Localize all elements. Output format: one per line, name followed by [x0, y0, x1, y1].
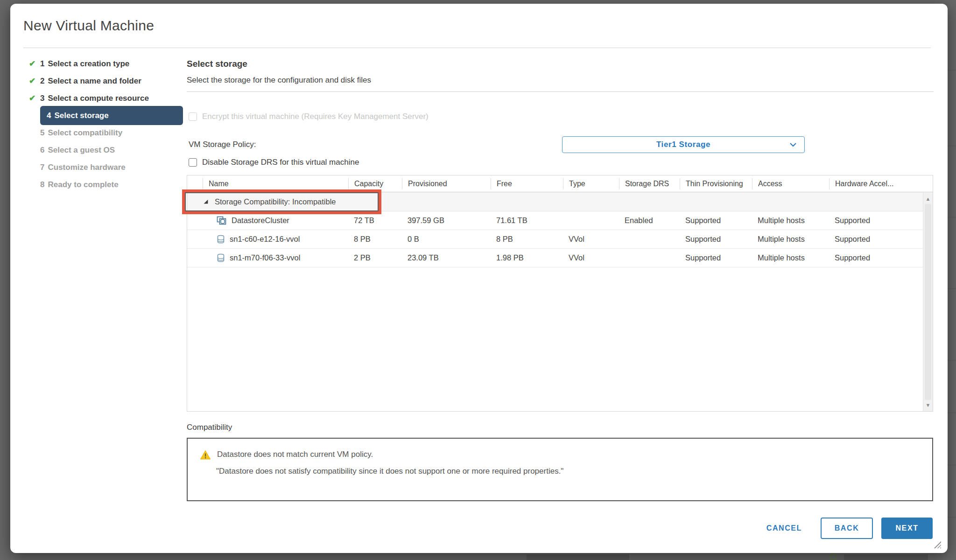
storage-compatibility-group-row[interactable]: Storage Compatibility: Incompatible	[187, 192, 933, 211]
step-number: 1	[40, 59, 44, 69]
background-row-line	[947, 360, 956, 361]
step-number: 3	[40, 94, 44, 103]
wizard-steps-nav: ✔ 1 Select a creation type ✔ 2 Select a …	[24, 55, 183, 193]
table-row-sn1-c60[interactable]: sn1-c60-e12-16-vvol 8 PB 0 B 8 PB VVol S…	[187, 230, 933, 249]
chevron-down-icon	[789, 142, 797, 147]
vm-storage-policy-label: VM Storage Policy:	[189, 140, 256, 149]
step-number: 4	[47, 111, 51, 120]
wizard-step-4-active[interactable]: ✔ 4 Select storage	[24, 107, 183, 124]
background-row-line	[947, 517, 956, 518]
step-label: Select a creation type	[48, 59, 129, 69]
content-header: Select storage Select the storage for th…	[187, 59, 371, 85]
column-header-thin-provisioning[interactable]: Thin Provisioning	[680, 178, 752, 189]
background-row-line	[947, 465, 956, 465]
dialog-title: New Virtual Machine	[23, 18, 154, 34]
wizard-step-2[interactable]: ✔ 2 Select a name and folder	[24, 72, 183, 90]
vm-storage-policy-dropdown[interactable]: Tier1 Storage	[562, 136, 805, 153]
datastore-icon	[217, 235, 225, 244]
cell-capacity: 8 PB	[348, 235, 402, 244]
cell-hardware-accel: Supported	[829, 253, 933, 262]
expander-column-header	[187, 178, 203, 189]
wizard-step-5[interactable]: ✔ 5 Select compatibility	[24, 124, 183, 141]
back-button[interactable]: BACK	[821, 518, 873, 539]
compatibility-warning-detail: "Datastore does not satisfy compatibilit…	[216, 467, 932, 476]
column-header-free[interactable]: Free	[491, 178, 563, 189]
cell-access: Multiple hosts	[752, 216, 829, 225]
disable-drs-checkbox[interactable]	[189, 158, 197, 167]
cell-provisioned: 23.09 TB	[402, 253, 491, 262]
scroll-down-arrow-icon[interactable]: ▼	[923, 401, 933, 409]
warning-icon	[200, 450, 211, 460]
cell-hardware-accel: Supported	[829, 235, 933, 244]
step-label: Ready to complete	[48, 180, 118, 189]
background-row-line	[947, 70, 956, 70]
wizard-step-6[interactable]: ✔ 6 Select a guest OS	[24, 141, 183, 159]
check-icon: ✔	[24, 76, 40, 86]
compatibility-label: Compatibility	[187, 423, 232, 432]
column-header-type[interactable]: Type	[563, 178, 619, 189]
group-expand-caret-icon[interactable]	[203, 198, 209, 205]
step-label: Select storage	[54, 111, 108, 120]
content-divider	[187, 91, 934, 92]
step-label: Select compatibility	[48, 128, 122, 138]
scrollbar-thumb[interactable]	[925, 204, 931, 400]
background-row-line	[947, 146, 956, 146]
step-number: 2	[40, 77, 44, 86]
column-header-capacity[interactable]: Capacity	[348, 178, 402, 189]
cell-access: Multiple hosts	[752, 253, 829, 262]
step-number: 8	[40, 180, 44, 189]
encrypt-vm-label: Encrypt this virtual machine (Requires K…	[202, 112, 429, 121]
disable-drs-label: Disable Storage DRS for this virtual mac…	[202, 158, 359, 167]
encrypt-vm-checkbox	[189, 112, 197, 121]
datastore-table: Name Capacity Provisioned Free Type Stor…	[187, 175, 933, 412]
cell-thin-provisioning: Supported	[680, 235, 752, 244]
step-label: Select a name and folder	[48, 77, 141, 86]
column-header-hardware-accel[interactable]: Hardware Accel...	[829, 178, 933, 189]
background-row-line	[947, 288, 956, 289]
column-header-access[interactable]: Access	[752, 178, 829, 189]
cell-access: Multiple hosts	[752, 235, 829, 244]
datastore-cluster-icon	[217, 216, 227, 225]
cell-provisioned: 0 B	[402, 235, 491, 244]
datastore-icon	[217, 253, 225, 263]
step-number: 6	[40, 146, 44, 155]
column-header-storage-drs[interactable]: Storage DRS	[619, 178, 680, 189]
cell-storage-drs: Enabled	[619, 216, 680, 225]
group-row-label: Storage Compatibility: Incompatible	[215, 197, 336, 206]
cell-free: 1.98 PB	[491, 253, 563, 262]
column-header-provisioned[interactable]: Provisioned	[402, 178, 491, 189]
cell-thin-provisioning: Supported	[680, 216, 752, 225]
wizard-step-3[interactable]: ✔ 3 Select a compute resource	[24, 90, 183, 107]
wizard-step-7[interactable]: ✔ 7 Customize hardware	[24, 159, 183, 176]
background-status-icon	[830, 553, 837, 560]
wizard-step-8[interactable]: ✔ 8 Ready to complete	[24, 176, 183, 193]
datastore-name: sn1-c60-e12-16-vvol	[230, 235, 300, 244]
background-row-line	[947, 217, 956, 217]
cancel-button[interactable]: CANCEL	[760, 519, 808, 537]
table-row-sn1-m70[interactable]: sn1-m70-f06-33-vvol 2 PB 23.09 TB 1.98 P…	[187, 249, 933, 267]
cell-type: VVol	[563, 253, 619, 262]
wizard-footer: CANCEL BACK NEXT	[760, 518, 933, 539]
table-header-row: Name Capacity Provisioned Free Type Stor…	[187, 175, 933, 192]
table-scrollbar[interactable]: ▲ ▼	[923, 193, 933, 411]
page-subtitle: Select the storage for the configuration…	[187, 76, 371, 85]
encrypt-vm-row: Encrypt this virtual machine (Requires K…	[189, 112, 429, 121]
compatibility-warning-title: Datastore does not match current VM poli…	[217, 450, 373, 459]
cell-capacity: 2 PB	[348, 253, 402, 262]
resize-grip-handle[interactable]	[934, 541, 941, 548]
background-text-fragment	[844, 554, 928, 560]
column-header-name[interactable]: Name	[203, 178, 348, 189]
step-number: 5	[40, 128, 44, 138]
check-icon: ✔	[24, 93, 40, 103]
scroll-up-arrow-icon[interactable]: ▲	[923, 195, 933, 203]
cell-provisioned: 397.59 GB	[402, 216, 491, 225]
step-number: 7	[40, 163, 44, 172]
cell-hardware-accel: Supported	[829, 216, 933, 225]
cell-type: VVol	[563, 235, 619, 244]
background-text-fragment	[527, 554, 629, 560]
next-button[interactable]: NEXT	[881, 518, 933, 539]
check-icon: ✔	[24, 59, 40, 69]
background-row-line	[947, 413, 956, 413]
wizard-step-1[interactable]: ✔ 1 Select a creation type	[24, 55, 183, 72]
table-row-datastorecluster[interactable]: DatastoreCluster 72 TB 397.59 GB 71.61 T…	[187, 211, 933, 230]
